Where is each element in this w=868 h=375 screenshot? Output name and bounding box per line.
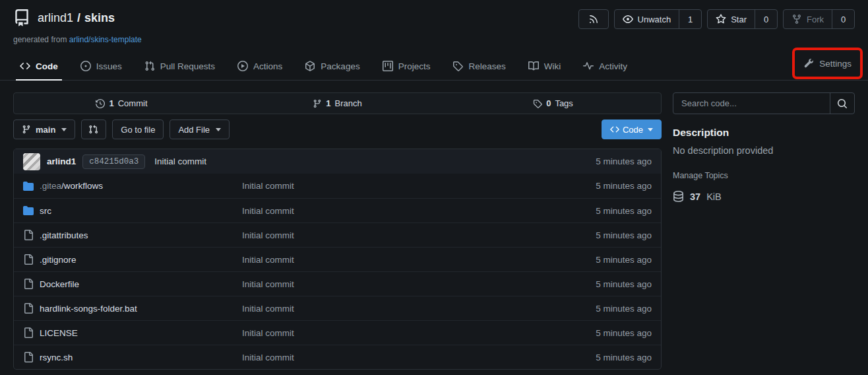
branch-selector[interactable]: main xyxy=(13,119,75,139)
forks-count[interactable]: 0 xyxy=(832,10,854,28)
file-name-cell: rsync.sh xyxy=(23,352,242,362)
tab-projects[interactable]: Projects xyxy=(376,52,437,80)
search-input[interactable] xyxy=(673,93,830,114)
git-branch-icon xyxy=(313,99,322,108)
repo-size: 37 KiB xyxy=(673,191,855,202)
commit-time: 5 minutes ago xyxy=(596,156,652,166)
tab-settings[interactable]: Settings xyxy=(801,58,854,69)
watchers-count[interactable]: 1 xyxy=(679,10,701,28)
tab-label: Projects xyxy=(398,61,431,71)
file-commit-message-link[interactable]: Initial commit xyxy=(242,181,553,191)
rss-icon xyxy=(588,14,599,24)
tab-activity[interactable]: Activity xyxy=(576,52,634,80)
database-icon xyxy=(673,191,684,202)
search-icon xyxy=(837,98,848,109)
unwatch-button[interactable]: Unwatch xyxy=(615,10,679,28)
tag-icon xyxy=(533,99,542,108)
file-commit-time: 5 minutes ago xyxy=(553,279,652,289)
tab-code[interactable]: Code xyxy=(13,52,65,80)
tab-wiki[interactable]: Wiki xyxy=(522,52,568,80)
repo-title-separator: / xyxy=(77,11,80,24)
file-icon xyxy=(23,303,34,314)
file-name-link[interactable]: hardlink-songs-folder.bat xyxy=(40,304,137,314)
file-name-link[interactable]: .gitignore xyxy=(40,255,77,265)
file-name-link[interactable]: .gitea/workflows xyxy=(40,181,103,191)
table-row[interactable]: src Initial commit 5 minutes ago xyxy=(14,198,661,222)
fork-button-group: Fork 0 xyxy=(783,9,855,29)
file-name-link[interactable]: .gitattributes xyxy=(40,230,88,240)
search-button[interactable] xyxy=(830,93,854,114)
file-commit-message-link[interactable]: Initial commit xyxy=(242,255,553,265)
table-row[interactable]: .gitignore Initial commit 5 minutes ago xyxy=(14,247,661,271)
tools-icon xyxy=(803,58,814,69)
file-name-link[interactable]: Dockerfile xyxy=(40,279,79,289)
file-name-link[interactable]: LICENSE xyxy=(40,328,78,338)
file-commit-message-link[interactable]: Initial commit xyxy=(242,230,553,240)
manage-topics-link[interactable]: Manage Topics xyxy=(673,171,728,180)
star-button[interactable]: Star xyxy=(708,10,755,28)
tab-pull-requests[interactable]: Pull Requests xyxy=(138,52,222,80)
current-branch-label: main xyxy=(36,125,55,135)
file-icon xyxy=(23,230,34,240)
table-row[interactable]: LICENSE Initial commit 5 minutes ago xyxy=(14,320,661,345)
file-commit-message-link[interactable]: Initial commit xyxy=(242,304,553,314)
pulse-icon xyxy=(583,61,594,71)
table-row[interactable]: hardlink-songs-folder.bat Initial commit… xyxy=(14,296,661,320)
description-text: No description provided xyxy=(673,145,855,156)
commits-stat[interactable]: 1 Commit xyxy=(14,98,230,108)
file-name-cell: .gitea/workflows xyxy=(23,181,242,191)
commit-message-link[interactable]: Initial commit xyxy=(154,156,589,166)
tab-label: Releases xyxy=(468,61,505,71)
file-commit-time: 5 minutes ago xyxy=(553,230,652,240)
commit-count: 1 xyxy=(109,98,113,108)
tabs-spacer xyxy=(643,52,792,80)
rss-button[interactable] xyxy=(578,9,609,29)
compare-button[interactable] xyxy=(81,119,106,139)
repo-toolbar: main Go to file Add File Code xyxy=(13,119,662,139)
file-commit-message-link[interactable]: Initial commit xyxy=(242,206,553,216)
tab-label: Actions xyxy=(253,61,282,71)
avatar[interactable] xyxy=(23,153,40,170)
file-name-cell: .gitattributes xyxy=(23,230,242,240)
tags-stat[interactable]: 0 Tags xyxy=(445,98,661,108)
tab-label: Settings xyxy=(819,59,852,69)
add-file-label: Add File xyxy=(178,125,210,135)
commit-hash-badge[interactable]: c84215d0a3 xyxy=(82,154,145,169)
file-name-link[interactable]: src xyxy=(40,206,51,216)
file-commit-message-link[interactable]: Initial commit xyxy=(242,353,553,362)
folder-icon xyxy=(23,181,34,191)
tab-label: Issues xyxy=(96,61,122,71)
tab-actions[interactable]: Actions xyxy=(231,52,289,80)
repo-owner-link[interactable]: arlind1 xyxy=(38,11,73,24)
tab-label: Wiki xyxy=(544,61,561,71)
file-commit-time: 5 minutes ago xyxy=(553,181,652,191)
tab-issues[interactable]: Issues xyxy=(74,52,129,80)
play-circle-icon xyxy=(237,61,248,71)
file-commit-time: 5 minutes ago xyxy=(553,255,652,265)
go-to-file-button[interactable]: Go to file xyxy=(112,119,164,139)
file-commit-message-link[interactable]: Initial commit xyxy=(242,328,553,338)
eye-icon xyxy=(623,14,633,24)
table-row[interactable]: Dockerfile Initial commit 5 minutes ago xyxy=(14,271,661,296)
latest-commit-row: arlind1 c84215d0a3 Initial commit 5 minu… xyxy=(14,149,661,174)
table-row[interactable]: rsync.sh Initial commit 5 minutes ago xyxy=(14,345,661,369)
fork-button[interactable]: Fork xyxy=(784,10,832,28)
code-download-button[interactable]: Code xyxy=(602,119,662,139)
tab-releases[interactable]: Releases xyxy=(446,52,512,80)
commit-author-link[interactable]: arlind1 xyxy=(47,156,76,166)
file-commit-message-link[interactable]: Initial commit xyxy=(242,279,553,289)
branches-stat[interactable]: 1 Branch xyxy=(230,98,445,108)
template-repo-link[interactable]: arlind/skins-template xyxy=(69,35,142,44)
stars-count[interactable]: 0 xyxy=(755,10,777,28)
add-file-button[interactable]: Add File xyxy=(170,119,230,139)
table-row[interactable]: .gitea/workflows Initial commit 5 minute… xyxy=(14,174,661,198)
file-table: arlind1 c84215d0a3 Initial commit 5 minu… xyxy=(13,149,662,370)
table-row[interactable]: .gitattributes Initial commit 5 minutes … xyxy=(14,222,661,247)
repo-name-link[interactable]: skins xyxy=(84,11,115,24)
code-icon xyxy=(20,61,30,71)
branch-count: 1 xyxy=(326,98,330,108)
file-name-link[interactable]: rsync.sh xyxy=(40,353,73,362)
star-label: Star xyxy=(731,15,747,24)
tab-packages[interactable]: Packages xyxy=(298,52,366,80)
file-name-cell: Dockerfile xyxy=(23,279,242,289)
